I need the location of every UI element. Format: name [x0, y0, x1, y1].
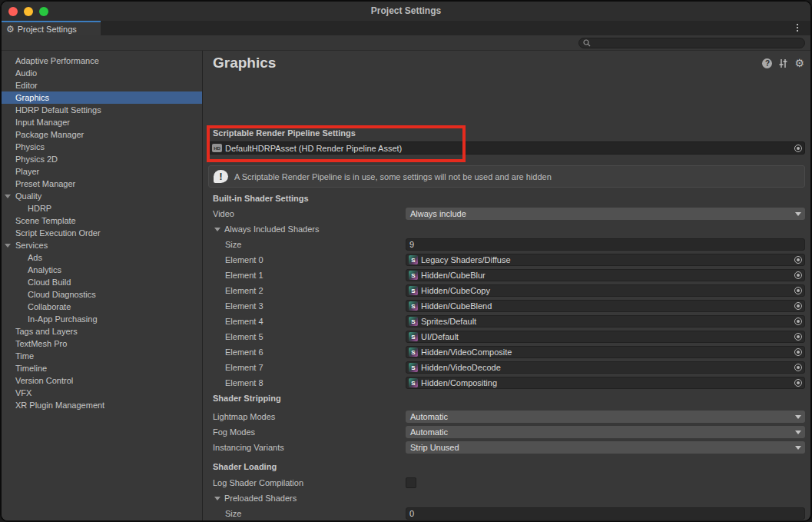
sidebar-item-vfx[interactable]: VFX — [2, 387, 202, 399]
video-label: Video — [213, 209, 406, 218]
shader-object-field[interactable]: SSprites/Default — [406, 315, 805, 327]
foldout-icon[interactable] — [214, 228, 220, 231]
shader-icon: S — [409, 271, 418, 280]
sidebar-item-cloud-diagnostics[interactable]: Cloud Diagnostics — [2, 288, 202, 301]
instancing-variants-row: Instancing Variants Strip Unused — [213, 441, 805, 454]
sidebar-item-physics-2d[interactable]: Physics 2D — [2, 153, 202, 165]
sidebar-item-audio[interactable]: Audio — [2, 67, 202, 79]
sidebar-item-time[interactable]: Time — [2, 350, 202, 362]
hdrp-asset-icon: HD — [212, 144, 222, 152]
sidebar-item-timeline[interactable]: Timeline — [2, 362, 202, 374]
lightmap-modes-row: Lightmap Modes Automatic — [213, 411, 805, 423]
shader-object-field[interactable]: SHidden/CubeBlur — [406, 269, 805, 281]
shader-icon: S — [409, 301, 418, 311]
size-label: Size — [213, 240, 406, 249]
sidebar-item-hdrp-default-settings[interactable]: HDRP Default Settings — [2, 104, 202, 116]
preloaded-size-input[interactable]: 0 — [406, 507, 805, 520]
object-picker-icon[interactable] — [794, 364, 802, 371]
toolbar — [2, 35, 810, 51]
size-row: Size 9 — [213, 238, 805, 251]
sidebar-item-preset-manager[interactable]: Preset Manager — [2, 178, 202, 190]
shader-object-field[interactable]: SHidden/VideoDecode — [406, 361, 805, 374]
object-picker-icon[interactable] — [794, 287, 802, 294]
shader-object-field[interactable]: SHidden/CubeBlend — [406, 300, 805, 312]
tab-strip: ⚙ Project Settings — [2, 21, 810, 35]
sidebar-item-quality[interactable]: Quality — [2, 190, 202, 202]
shader-loading-header: Shader Loading — [213, 462, 277, 471]
gear-icon: ⚙ — [6, 24, 15, 35]
shader-object-field[interactable]: SLegacy Shaders/Diffuse — [406, 254, 805, 266]
shader-icon: S — [409, 378, 418, 387]
sidebar-item-physics[interactable]: Physics — [2, 141, 202, 153]
shader-object-field[interactable]: SHidden/VideoComposite — [406, 346, 805, 358]
sidebar-item-adaptive-performance[interactable]: Adaptive Performance — [2, 55, 202, 67]
info-text: A Scriptable Render Pipeline is in use, … — [234, 172, 552, 181]
element-row: Element 4 SSprites/Default — [213, 315, 805, 327]
fog-modes-dropdown[interactable]: Automatic — [406, 426, 805, 438]
settings-sidebar: Adaptive Performance Audio Editor Graphi… — [2, 51, 203, 520]
object-picker-icon[interactable] — [794, 379, 802, 387]
sidebar-item-version-control[interactable]: Version Control — [2, 374, 202, 387]
sidebar-item-cloud-build[interactable]: Cloud Build — [2, 276, 202, 288]
settings-gear-icon[interactable]: ⚙ — [794, 58, 804, 68]
search-field[interactable] — [578, 38, 805, 48]
sidebar-item-tags-and-layers[interactable]: Tags and Layers — [2, 325, 202, 337]
titlebar: Project Settings — [2, 2, 810, 21]
project-settings-window: Project Settings ⚙ Project Settings Adap… — [0, 0, 812, 522]
sidebar-item-analytics[interactable]: Analytics — [2, 264, 202, 276]
sidebar-item-in-app-purchasing[interactable]: In-App Purchasing — [2, 313, 202, 325]
size-input[interactable]: 9 — [406, 238, 805, 251]
object-picker-icon[interactable] — [794, 302, 802, 310]
shader-stripping-header: Shader Stripping — [213, 394, 281, 403]
sidebar-item-textmesh-pro[interactable]: TextMesh Pro — [2, 337, 202, 350]
shader-icon: S — [409, 317, 418, 326]
sidebar-item-script-execution-order[interactable]: Script Execution Order — [2, 227, 202, 239]
foldout-icon[interactable] — [5, 244, 11, 248]
object-picker-icon[interactable] — [794, 333, 802, 341]
sidebar-item-xr-plugin-management[interactable]: XR Plugin Management — [2, 399, 202, 411]
element-row: Element 6 SHidden/VideoComposite — [213, 346, 805, 358]
shader-object-field[interactable]: SUI/Default — [406, 331, 805, 343]
window-title: Project Settings — [2, 5, 810, 16]
sidebar-item-services[interactable]: Services — [2, 239, 202, 251]
sidebar-item-input-manager[interactable]: Input Manager — [2, 116, 202, 128]
srp-settings-header: Scriptable Render Pipeline Settings — [213, 128, 356, 138]
lightmap-modes-dropdown[interactable]: Automatic — [406, 411, 805, 423]
log-shader-compilation-row: Log Shader Compilation — [213, 477, 805, 489]
sidebar-item-graphics[interactable]: Graphics — [2, 91, 202, 104]
log-shader-compilation-checkbox[interactable] — [406, 477, 416, 488]
srp-asset-field[interactable]: HD DefaultHDRPAsset (HD Render Pipeline … — [208, 141, 805, 155]
shader-object-field[interactable]: SHidden/Compositing — [406, 377, 805, 389]
foldout-icon[interactable] — [5, 195, 11, 198]
shader-object-field[interactable]: SHidden/CubeCopy — [406, 284, 805, 297]
search-input[interactable] — [593, 39, 804, 48]
object-picker-icon[interactable] — [794, 271, 802, 279]
preloaded-shaders-foldout[interactable]: Preloaded Shaders — [213, 492, 805, 504]
sidebar-item-editor[interactable]: Editor — [2, 79, 202, 91]
tab-project-settings[interactable]: ⚙ Project Settings — [2, 21, 101, 35]
page-title: Graphics — [213, 55, 276, 71]
kebab-menu-icon[interactable] — [794, 24, 801, 33]
shader-icon: S — [409, 347, 418, 357]
element-row: Element 8 SHidden/Compositing — [213, 377, 805, 389]
sidebar-item-package-manager[interactable]: Package Manager — [2, 128, 202, 141]
sidebar-item-player[interactable]: Player — [2, 165, 202, 178]
preset-icon[interactable] — [778, 58, 788, 68]
object-picker-icon[interactable] — [794, 256, 802, 264]
sidebar-item-scene-template[interactable]: Scene Template — [2, 214, 202, 227]
object-picker-icon[interactable] — [794, 145, 802, 152]
help-icon[interactable]: ? — [762, 58, 772, 68]
object-picker-icon[interactable] — [794, 348, 802, 356]
tab-label: Project Settings — [18, 25, 77, 34]
object-picker-icon[interactable] — [794, 318, 802, 325]
always-included-shaders-foldout[interactable]: Always Included Shaders — [213, 223, 805, 235]
shader-icon: S — [409, 286, 418, 295]
foldout-icon[interactable] — [214, 497, 220, 500]
sidebar-item-ads[interactable]: Ads — [2, 251, 202, 264]
builtin-shader-settings-header: Built-in Shader Settings — [213, 194, 309, 203]
sidebar-item-collaborate[interactable]: Collaborate — [2, 301, 202, 313]
video-dropdown[interactable]: Always include — [406, 208, 805, 220]
sidebar-item-hdrp[interactable]: HDRP — [2, 202, 202, 214]
instancing-variants-dropdown[interactable]: Strip Unused — [406, 441, 805, 454]
element-row: Element 3 SHidden/CubeBlend — [213, 300, 805, 312]
